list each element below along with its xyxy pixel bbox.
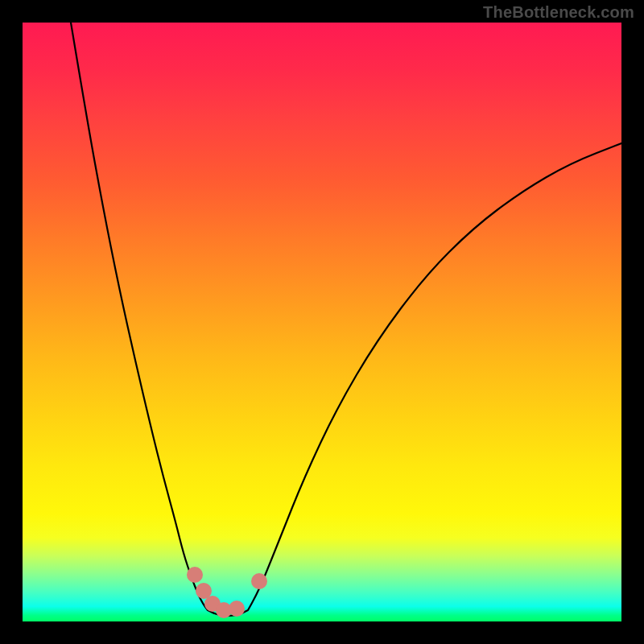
watermark-text: TheBottleneck.com [483,3,634,22]
marker-dot [187,567,203,583]
marker-dot [251,573,267,589]
marker-group [187,567,267,618]
chart-frame: TheBottleneck.com [0,0,644,644]
plot-area [23,23,621,621]
bottleneck-curve [71,23,621,616]
marker-dot [229,601,245,617]
curve-layer [23,23,621,621]
